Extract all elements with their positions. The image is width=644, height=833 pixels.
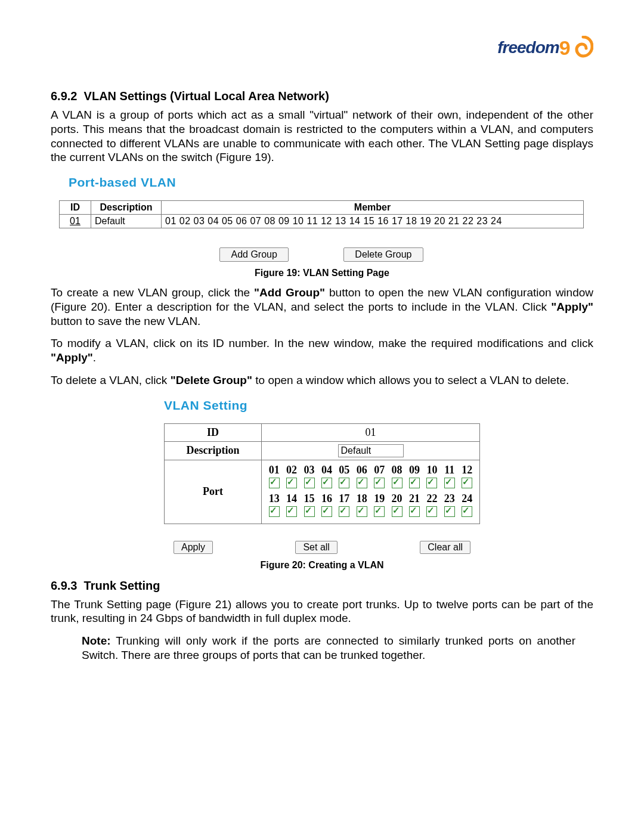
port-checkbox[interactable] (370, 478, 388, 491)
port-checkbox[interactable] (405, 506, 423, 520)
port-label: 18 (353, 493, 370, 505)
figure-20-screenshot: VLAN Setting ID 01 Description Port 0102… (164, 398, 480, 554)
logo-accent: 9 (559, 36, 571, 60)
port-label: 04 (318, 464, 335, 476)
port-label: 19 (370, 493, 388, 505)
port-checkbox[interactable] (441, 506, 458, 520)
fig19-title: Port-based VLAN (69, 175, 584, 190)
section-693-para: The Trunk Setting page (Figure 21) allow… (51, 597, 593, 626)
col-desc: Description (91, 201, 162, 215)
label-port: Port (165, 460, 262, 524)
figure-19-screenshot: Port-based VLAN ID Description Member 01… (59, 175, 584, 262)
section-693-note: Note: Trunking will only work if the por… (51, 634, 593, 662)
fig19-caption: Figure 19: VLAN Setting Page (51, 268, 593, 278)
apply-button[interactable]: Apply (174, 541, 213, 554)
port-checkbox[interactable] (336, 506, 353, 520)
delete-group-button[interactable]: Delete Group (343, 247, 423, 262)
col-member: Member (162, 201, 584, 215)
label-id: ID (165, 423, 262, 441)
port-label: 21 (405, 493, 423, 505)
after-fig19-p3: To delete a VLAN, click "Delete Group" t… (51, 373, 593, 388)
logo-text: freedom (497, 38, 559, 57)
port-checkbox[interactable] (423, 506, 441, 520)
port-checkbox[interactable] (318, 506, 335, 520)
port-label: 13 (265, 493, 283, 505)
set-all-button[interactable]: Set all (295, 541, 337, 554)
port-checkbox[interactable] (423, 478, 441, 491)
port-checkbox[interactable] (301, 478, 318, 491)
port-label: 24 (459, 493, 476, 505)
port-checkbox[interactable] (459, 478, 476, 491)
port-checkbox[interactable] (441, 478, 458, 491)
section-692-para: A VLAN is a group of ports which act as … (51, 108, 593, 165)
vlan-setting-table: ID 01 Description Port 01020304050607080… (164, 423, 480, 524)
col-id: ID (60, 201, 91, 215)
vlan-id-link[interactable]: 01 (70, 216, 80, 226)
port-checkbox[interactable] (353, 506, 370, 520)
port-checkbox[interactable] (336, 478, 353, 491)
port-label: 03 (301, 464, 318, 476)
vlan-desc-cell: Default (91, 215, 162, 228)
port-label: 08 (388, 464, 405, 476)
brand-logo: freedom9 (497, 36, 593, 60)
after-fig19-p1: To create a new VLAN group, click the "A… (51, 286, 593, 328)
port-label: 09 (405, 464, 423, 476)
add-group-button[interactable]: Add Group (219, 247, 288, 262)
port-label: 12 (459, 464, 476, 476)
port-checkbox[interactable] (459, 506, 476, 520)
port-checkbox[interactable] (283, 506, 300, 520)
label-description: Description (165, 441, 262, 460)
port-checkbox[interactable] (301, 506, 318, 520)
port-label: 02 (283, 464, 300, 476)
port-label: 01 (265, 464, 283, 476)
fig20-title: VLAN Setting (164, 398, 480, 413)
port-label: 06 (353, 464, 370, 476)
port-checkbox[interactable] (283, 478, 300, 491)
after-fig19-p2: To modify a VLAN, click on its ID number… (51, 336, 593, 365)
port-checkbox[interactable] (318, 478, 335, 491)
port-label: 11 (441, 464, 458, 476)
table-row: 01 Default 01 02 03 04 05 06 07 08 09 10… (60, 215, 584, 228)
port-label: 23 (441, 493, 458, 505)
port-label: 07 (370, 464, 388, 476)
port-label: 14 (283, 493, 300, 505)
port-checkbox[interactable] (353, 478, 370, 491)
port-checkbox[interactable] (265, 478, 283, 491)
port-checkbox[interactable] (265, 506, 283, 520)
port-label: 20 (388, 493, 405, 505)
port-checkbox[interactable] (405, 478, 423, 491)
port-label: 05 (336, 464, 353, 476)
port-label: 17 (336, 493, 353, 505)
fig20-caption: Figure 20: Creating a VLAN (51, 560, 593, 571)
section-heading-693: 6.9.3 Trunk Setting (51, 579, 593, 593)
port-label: 16 (318, 493, 335, 505)
section-heading-692: 6.9.2 VLAN Settings (Virtual Local Area … (51, 89, 593, 103)
description-input[interactable] (338, 444, 404, 457)
port-label: 22 (423, 493, 441, 505)
value-id: 01 (262, 423, 480, 441)
vlan-member-cell: 01 02 03 04 05 06 07 08 09 10 11 12 13 1… (162, 215, 584, 228)
port-grid: 0102030405060708091011121314151617181920… (265, 463, 476, 521)
port-label: 10 (423, 464, 441, 476)
port-checkbox[interactable] (388, 478, 405, 491)
clear-all-button[interactable]: Clear all (420, 541, 470, 554)
vlan-list-table: ID Description Member 01 Default 01 02 0… (59, 200, 584, 228)
logo-swirl-icon (573, 36, 593, 60)
port-checkbox[interactable] (388, 506, 405, 520)
port-checkbox[interactable] (370, 506, 388, 520)
port-label: 15 (301, 493, 318, 505)
